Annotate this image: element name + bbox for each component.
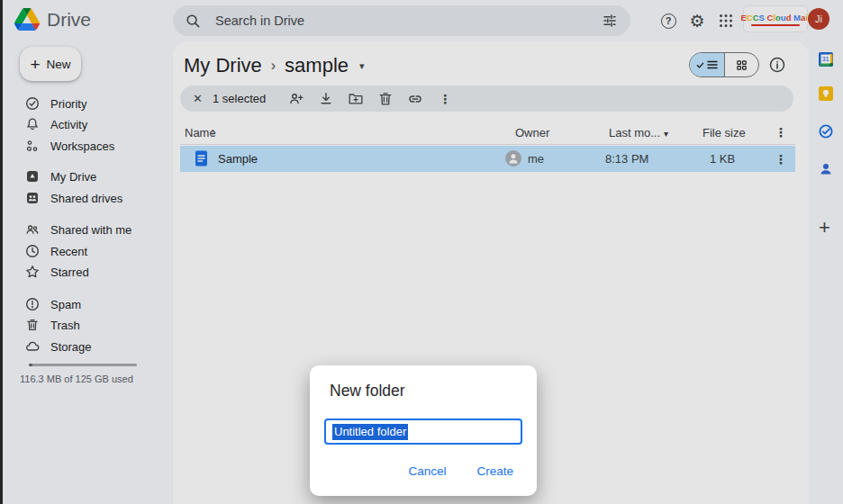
cancel-button[interactable]: Cancel [397,459,457,483]
new-folder-dialog: New folder Untitled folder Cancel Create [310,365,537,496]
folder-name-selected-text: Untitled folder [332,424,408,440]
folder-name-input[interactable]: Untitled folder [324,418,522,445]
window-left-edge [0,0,3,504]
dialog-title: New folder [330,382,522,400]
create-button[interactable]: Create [466,459,524,483]
dialog-actions: Cancel Create [397,459,524,483]
